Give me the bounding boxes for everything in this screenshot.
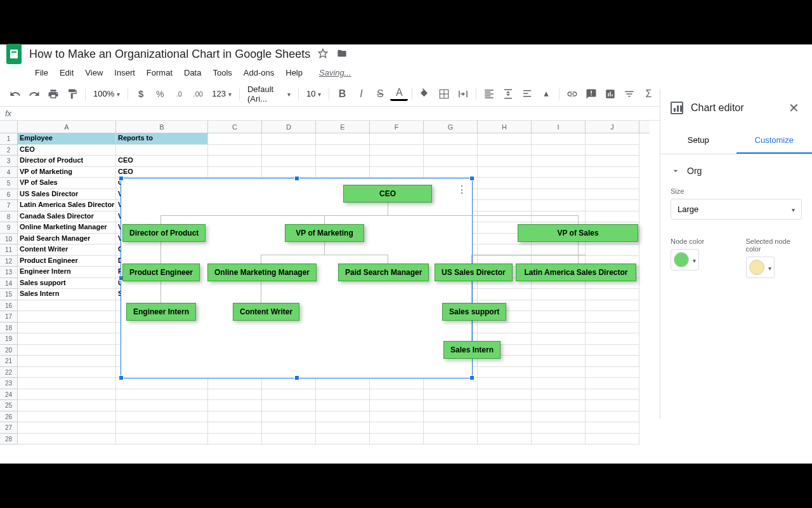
org-node[interactable]: Product Engineer	[122, 264, 200, 281]
cell[interactable]	[370, 411, 424, 423]
cell[interactable]: Paid Search Manager	[18, 234, 116, 245]
menu-format[interactable]: Format	[142, 65, 177, 80]
cell[interactable]	[586, 300, 639, 312]
cell[interactable]	[478, 167, 532, 178]
cell[interactable]	[262, 400, 316, 411]
sheets-logo[interactable]	[6, 44, 22, 64]
cell[interactable]	[532, 345, 586, 356]
cell[interactable]	[424, 133, 478, 145]
spreadsheet-grid[interactable]: A B C D E F G H I J 1EmployeeReports to2…	[0, 121, 650, 464]
tab-setup[interactable]: Setup	[660, 128, 737, 154]
italic-button[interactable]: I	[352, 85, 370, 103]
cell[interactable]	[586, 289, 639, 300]
cell[interactable]	[532, 133, 586, 145]
document-title[interactable]: How to Make an Organizational Chart in G…	[29, 48, 310, 61]
cell[interactable]: Content Writer	[18, 244, 116, 256]
cell[interactable]	[316, 400, 370, 411]
undo-button[interactable]	[6, 85, 24, 103]
cell[interactable]	[316, 422, 370, 434]
cell[interactable]	[424, 156, 478, 167]
row-header[interactable]: 17	[0, 311, 18, 323]
cell[interactable]: CEO	[116, 167, 208, 178]
cell[interactable]	[532, 200, 586, 211]
menu-tools[interactable]: Tools	[208, 65, 236, 80]
cell[interactable]	[532, 323, 586, 334]
org-node[interactable]: Content Writer	[233, 303, 299, 321]
cell[interactable]	[532, 189, 586, 201]
wrap-button[interactable]	[518, 85, 536, 103]
cell[interactable]	[478, 289, 532, 300]
cell[interactable]	[116, 434, 208, 445]
cell[interactable]	[116, 400, 208, 411]
cell[interactable]	[532, 300, 586, 312]
row-header[interactable]: 16	[0, 300, 18, 312]
cell[interactable]	[532, 156, 586, 167]
insert-chart-button[interactable]	[601, 85, 619, 103]
tab-customize[interactable]: Customize	[737, 128, 813, 154]
merge-button[interactable]	[454, 85, 472, 103]
node-color-picker[interactable]	[671, 249, 699, 271]
cell[interactable]	[18, 333, 116, 345]
cell[interactable]	[586, 333, 639, 345]
cell[interactable]	[586, 400, 639, 411]
menu-help[interactable]: Help	[281, 65, 307, 80]
cell[interactable]	[208, 389, 262, 401]
cell[interactable]	[478, 156, 532, 167]
row-header[interactable]: 2	[0, 145, 18, 156]
cell[interactable]	[424, 411, 478, 423]
cell[interactable]	[586, 389, 639, 401]
cell[interactable]	[478, 411, 532, 423]
row-header[interactable]: 8	[0, 211, 18, 223]
cell[interactable]	[586, 356, 639, 367]
menu-file[interactable]: File	[30, 65, 53, 80]
cell[interactable]: Employee	[18, 133, 116, 145]
cell[interactable]	[208, 378, 262, 389]
cell[interactable]	[370, 167, 424, 178]
cell[interactable]: Product Engineer	[18, 256, 116, 267]
cell[interactable]	[532, 389, 586, 401]
rotate-button[interactable]	[537, 85, 555, 103]
cell[interactable]	[262, 167, 316, 178]
row-header[interactable]: 15	[0, 289, 18, 300]
close-icon[interactable]: ✕	[786, 98, 802, 118]
cell[interactable]	[208, 156, 262, 167]
cell[interactable]	[532, 378, 586, 389]
cell[interactable]	[478, 389, 532, 401]
cell[interactable]	[316, 389, 370, 401]
row-header[interactable]: 21	[0, 356, 18, 367]
cell[interactable]	[586, 200, 639, 211]
cell[interactable]: US Sales Director	[18, 189, 116, 201]
cell[interactable]	[478, 189, 532, 201]
size-dropdown[interactable]: Large	[671, 199, 802, 220]
cell[interactable]	[478, 200, 532, 211]
cell[interactable]	[586, 211, 639, 223]
currency-button[interactable]: $	[132, 85, 150, 103]
valign-button[interactable]	[499, 85, 517, 103]
cell[interactable]	[532, 422, 586, 434]
cell[interactable]	[18, 434, 116, 445]
menu-edit[interactable]: Edit	[55, 65, 78, 80]
cell[interactable]	[316, 156, 370, 167]
row-header[interactable]: 27	[0, 422, 18, 434]
cell[interactable]: Online Marketing Manager	[18, 222, 116, 234]
column-header[interactable]: F	[370, 121, 424, 133]
cell[interactable]	[370, 400, 424, 411]
row-header[interactable]: 12	[0, 256, 18, 267]
column-header[interactable]: J	[586, 121, 639, 133]
cell[interactable]	[18, 400, 116, 411]
cell[interactable]	[316, 133, 370, 145]
cell[interactable]	[370, 378, 424, 389]
font-select[interactable]: Default (Ari...	[244, 82, 294, 106]
cell[interactable]: VP of Marketing	[18, 167, 116, 178]
cell[interactable]	[18, 323, 116, 334]
row-header[interactable]: 26	[0, 411, 18, 423]
cell[interactable]	[478, 244, 532, 256]
cell[interactable]	[262, 145, 316, 156]
cell[interactable]	[116, 378, 208, 389]
cell[interactable]	[586, 434, 639, 445]
row-header[interactable]: 5	[0, 178, 18, 189]
cell[interactable]: Sales Intern	[18, 289, 116, 300]
cell[interactable]	[586, 189, 639, 201]
cell[interactable]	[18, 422, 116, 434]
increase-decimal-button[interactable]: .00	[189, 85, 207, 103]
